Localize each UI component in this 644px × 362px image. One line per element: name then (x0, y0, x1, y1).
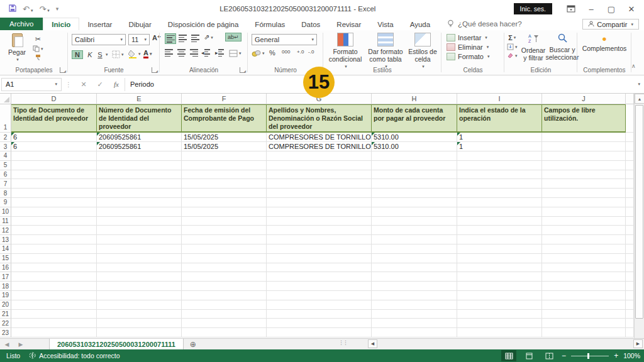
cell[interactable] (372, 226, 457, 235)
cell[interactable] (97, 170, 182, 180)
cell[interactable] (457, 319, 542, 328)
cell[interactable] (542, 282, 626, 291)
row-header-20[interactable]: 20 (0, 300, 11, 310)
cell[interactable] (372, 235, 457, 244)
cell[interactable] (97, 300, 182, 310)
cell[interactable] (267, 235, 372, 244)
cell[interactable] (97, 319, 182, 328)
cell[interactable] (267, 217, 372, 226)
insert-cells-button[interactable]: Insertar▾ (447, 34, 489, 41)
vertical-scrollbar[interactable]: ▲ (634, 94, 644, 338)
paste-dropdown-icon[interactable]: ▾ (16, 57, 19, 62)
cell[interactable] (626, 198, 634, 207)
row-header-11[interactable]: 11 (0, 217, 11, 226)
orientation-icon[interactable]: ⇗▾ (204, 33, 213, 41)
cell[interactable] (372, 179, 457, 189)
cell[interactable] (11, 189, 97, 198)
name-box[interactable]: A1 ▾ (1, 78, 62, 91)
zoom-level[interactable]: 100% (623, 352, 640, 359)
restore-button[interactable]: ▢ (602, 3, 620, 15)
cell[interactable] (11, 151, 97, 161)
share-button[interactable]: Compartir ▾ (582, 19, 639, 30)
cell[interactable] (542, 328, 626, 337)
close-button[interactable]: ✕ (623, 3, 640, 15)
select-all-corner[interactable] (0, 94, 11, 104)
tab-inicio[interactable]: Inicio (43, 18, 79, 30)
cell[interactable] (97, 254, 182, 263)
cell[interactable] (542, 133, 626, 142)
row-header-2[interactable]: 2 (0, 133, 11, 142)
row-header-4[interactable]: 4 (0, 151, 11, 161)
cell[interactable] (267, 319, 372, 328)
cell[interactable] (542, 263, 626, 273)
cell[interactable] (182, 300, 267, 310)
cell[interactable] (626, 244, 634, 254)
cell[interactable] (11, 244, 97, 254)
cell[interactable] (182, 198, 267, 207)
cell[interactable] (372, 161, 457, 170)
cell[interactable] (626, 104, 634, 133)
column-header-H[interactable]: H (372, 94, 457, 104)
cell[interactable]: 5310.00 (372, 142, 457, 151)
cell[interactable] (97, 179, 182, 189)
cell[interactable] (542, 198, 626, 207)
cell[interactable] (97, 151, 182, 161)
clear-icon[interactable]: ▾ (507, 52, 518, 59)
scroll-right-icon[interactable]: ▶ (633, 339, 643, 348)
cell[interactable] (542, 217, 626, 226)
column-header-I[interactable]: I (457, 94, 542, 104)
conditional-formatting-button[interactable]: Formato condicional ▾ (326, 33, 365, 69)
normal-view-icon[interactable] (501, 350, 516, 361)
cell[interactable] (182, 189, 267, 198)
cell[interactable] (372, 328, 457, 337)
row-header-13[interactable]: 13 (0, 235, 11, 244)
cell[interactable] (457, 226, 542, 235)
cell[interactable] (182, 254, 267, 263)
cell[interactable] (626, 291, 634, 300)
cell[interactable] (267, 151, 372, 161)
scroll-left-icon[interactable]: ◀ (368, 339, 377, 348)
fill-icon[interactable]: ▾ (507, 43, 518, 50)
cell[interactable]: 6 (11, 142, 97, 151)
cell[interactable] (11, 161, 97, 170)
formula-input[interactable]: Periodo (125, 78, 633, 91)
cell[interactable] (267, 207, 372, 217)
tab-revisar[interactable]: Revisar (328, 18, 369, 30)
save-icon[interactable] (9, 4, 16, 14)
zoom-slider-thumb[interactable] (587, 353, 589, 359)
cell[interactable] (457, 189, 542, 198)
cell[interactable] (372, 244, 457, 254)
expand-formula-bar-icon[interactable]: ▾ (634, 82, 644, 87)
underline-dropdown-icon[interactable]: ▾ (106, 52, 108, 57)
cell[interactable] (182, 310, 267, 319)
cell[interactable] (11, 226, 97, 235)
row-header-3[interactable]: 3 (0, 142, 11, 151)
cell[interactable] (457, 170, 542, 180)
italic-button[interactable]: K (86, 49, 94, 60)
row-header-8[interactable]: 8 (0, 189, 11, 198)
autosum-icon[interactable]: Σ▾ (507, 34, 518, 41)
cell[interactable] (182, 235, 267, 244)
align-right-button[interactable] (190, 49, 198, 57)
cell[interactable] (626, 263, 634, 273)
font-dialog-launcher-icon[interactable] (152, 67, 157, 73)
header-cell[interactable]: Fecha de emisión del Comprobante de Pago (182, 104, 267, 133)
cell[interactable] (267, 161, 372, 170)
row-header-23[interactable]: 23 (0, 328, 11, 337)
cell[interactable] (182, 161, 267, 170)
align-center-button[interactable] (177, 49, 186, 57)
cell[interactable] (457, 291, 542, 300)
header-cell[interactable]: Tipo de Documento de Identidad del prove… (11, 104, 97, 133)
column-header-J[interactable]: J (542, 94, 626, 104)
tab-insertar[interactable]: Insertar (79, 18, 120, 30)
sheet-tab[interactable]: 2060531032120250500031200071111 (49, 339, 184, 349)
cell[interactable] (267, 179, 372, 189)
row-header-14[interactable]: 14 (0, 244, 11, 254)
cell[interactable]: 15/05/2025 (182, 142, 267, 151)
merge-center-icon[interactable]: ▾ (229, 50, 242, 57)
cell[interactable] (267, 189, 372, 198)
cell[interactable] (97, 198, 182, 207)
decrease-decimal-icon[interactable]: -.0 (308, 49, 314, 55)
scroll-up-icon[interactable]: ▲ (635, 94, 644, 104)
column-header-sliver[interactable] (626, 94, 634, 104)
